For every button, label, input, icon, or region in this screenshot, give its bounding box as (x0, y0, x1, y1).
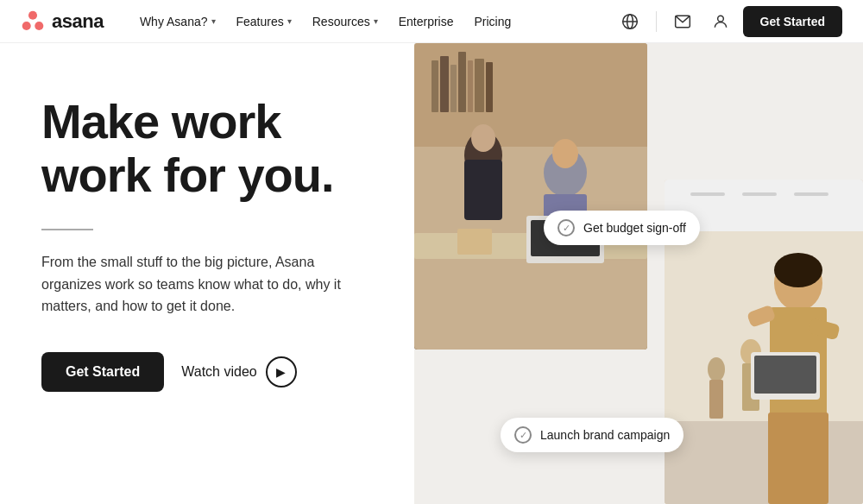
svg-point-33 (708, 357, 725, 381)
svg-rect-9 (414, 43, 647, 147)
get-started-hero-button[interactable]: Get Started (41, 352, 164, 392)
navbar: asana Why Asana? ▾ Features ▾ Resources … (0, 0, 863, 43)
watch-video-button[interactable]: Watch video ▶ (181, 356, 296, 387)
task-pill-budget: ✓ Get budget sign-off (544, 211, 700, 245)
svg-rect-30 (742, 192, 777, 196)
nav-item-enterprise[interactable]: Enterprise (390, 9, 463, 34)
nav-item-why-asana[interactable]: Why Asana? ▾ (131, 9, 224, 34)
desk-image-content (414, 43, 647, 350)
svg-rect-13 (458, 52, 466, 112)
svg-rect-29 (690, 192, 725, 196)
logo[interactable]: asana (21, 9, 104, 34)
nav-right: Get Started (614, 6, 842, 37)
hero-buttons: Get Started Watch video ▶ (41, 352, 373, 392)
get-started-nav-button[interactable]: Get Started (743, 6, 842, 37)
svg-point-22 (552, 139, 578, 168)
hero-section: Make workwork for you. From the small st… (0, 43, 863, 504)
svg-rect-44 (768, 413, 828, 504)
svg-point-0 (28, 10, 37, 19)
desk-image (414, 43, 647, 350)
check-icon: ✓ (557, 219, 575, 236)
logo-text: asana (52, 10, 104, 33)
svg-rect-26 (457, 229, 492, 255)
svg-rect-10 (432, 60, 438, 112)
hero-images: ✓ Collect creative feedback ✓ Get budget… (414, 43, 863, 504)
svg-point-38 (774, 253, 822, 287)
mail-button[interactable] (667, 6, 698, 37)
svg-rect-32 (665, 421, 863, 504)
chevron-down-icon: ▾ (211, 16, 216, 26)
nav-item-resources[interactable]: Resources ▾ (304, 9, 387, 34)
svg-rect-16 (486, 62, 493, 112)
hero-left: Make workwork for you. From the small st… (0, 43, 414, 504)
svg-rect-31 (794, 192, 828, 196)
hero-title: Make workwork for you. (41, 95, 373, 201)
check-icon: ✓ (514, 426, 532, 444)
hero-right: ✓ Collect creative feedback ✓ Get budget… (414, 43, 863, 504)
nav-item-pricing[interactable]: Pricing (465, 9, 520, 34)
task-pill-launch-campaign: ✓ Launch brand campaign (501, 418, 683, 452)
svg-rect-12 (450, 65, 457, 112)
user-icon (712, 13, 729, 30)
svg-point-2 (35, 22, 43, 30)
svg-rect-15 (475, 59, 484, 112)
svg-rect-11 (440, 56, 449, 112)
nav-links: Why Asana? ▾ Features ▾ Resources ▾ Ente… (131, 9, 614, 34)
globe-icon (621, 13, 639, 30)
svg-rect-43 (754, 356, 816, 394)
hero-divider (41, 229, 93, 230)
svg-rect-20 (464, 160, 502, 220)
user-button[interactable] (705, 6, 736, 37)
svg-rect-34 (709, 380, 723, 419)
svg-point-1 (22, 22, 31, 30)
nav-divider (656, 11, 657, 32)
globe-button[interactable] (614, 6, 646, 37)
svg-rect-14 (468, 60, 473, 112)
nav-item-features[interactable]: Features ▾ (228, 9, 300, 34)
asana-logo-icon (21, 9, 45, 34)
mail-icon (674, 13, 691, 30)
hero-description: From the small stuff to the big picture,… (41, 251, 369, 318)
chevron-down-icon: ▾ (287, 16, 292, 26)
chevron-down-icon: ▾ (374, 16, 378, 26)
play-icon: ▶ (266, 356, 297, 387)
svg-point-7 (717, 16, 723, 22)
svg-point-19 (471, 124, 495, 152)
